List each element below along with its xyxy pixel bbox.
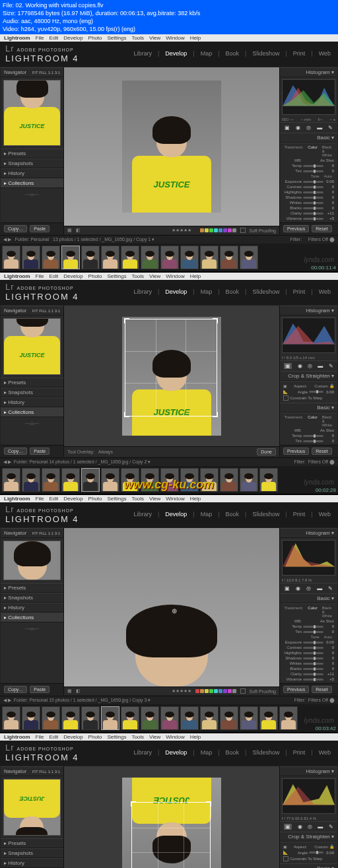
vibrance-slider[interactable] (303, 218, 323, 220)
menu-edit[interactable]: Edit (49, 35, 58, 41)
copy-button[interactable]: Copy… (4, 225, 27, 232)
crop-tool-icon[interactable]: ▣ (285, 125, 290, 131)
filmstrip-thumb[interactable] (259, 706, 278, 730)
filmstrip-thumb[interactable] (141, 706, 159, 730)
filmstrip-thumb[interactable] (101, 468, 119, 492)
filmstrip-thumb[interactable] (61, 706, 80, 730)
lock-icon[interactable]: 🔒 (329, 384, 334, 388)
highlights-slider[interactable] (303, 191, 323, 193)
filmstrip[interactable] (0, 244, 338, 271)
color-labels[interactable] (195, 228, 236, 232)
navigator-thumb[interactable]: JUSTICE (3, 318, 61, 375)
filmstrip-thumb[interactable] (121, 706, 139, 730)
filmstrip-thumb[interactable] (141, 246, 159, 269)
filmstrip-thumb[interactable] (42, 706, 60, 730)
filmstrip-thumb[interactable] (160, 246, 179, 269)
filmstrip-thumb[interactable] (200, 246, 219, 269)
filmstrip-thumb[interactable] (220, 468, 238, 492)
menu-help[interactable]: Help (190, 35, 201, 41)
filmstrip-thumb[interactable] (240, 246, 258, 269)
histogram-header[interactable]: Histogram ▾ (280, 67, 337, 77)
filmstrip-thumb[interactable] (240, 706, 258, 730)
compare-icon[interactable]: ◧ (76, 228, 81, 233)
tab-book[interactable]: Book (224, 50, 242, 57)
loupe-icon[interactable]: ▦ (67, 228, 72, 233)
filmstrip-thumb[interactable] (2, 468, 20, 492)
crop-overlay[interactable] (131, 802, 211, 868)
menu-develop[interactable]: Develop (63, 35, 83, 41)
mac-menubar[interactable]: Lightroom File Edit Develop Photo Settin… (0, 34, 338, 42)
filmstrip-thumb[interactable] (279, 706, 298, 730)
panel-history[interactable]: ▸ History (1, 168, 63, 178)
paste-button[interactable]: Paste (30, 225, 50, 232)
previous-button[interactable]: Previous (283, 225, 309, 232)
filmstrip-thumb[interactable] (22, 468, 40, 492)
temp-slider[interactable] (303, 165, 323, 167)
menu-settings[interactable]: Settings (108, 35, 127, 41)
filmstrip-thumb[interactable] (121, 246, 139, 269)
filmstrip-thumb[interactable] (81, 246, 100, 269)
filmstrip-thumb[interactable] (220, 706, 238, 730)
shadows-slider[interactable] (303, 197, 323, 199)
blacks-slider[interactable] (303, 207, 323, 209)
filmstrip-thumb[interactable] (42, 468, 60, 492)
angle-slider[interactable] (309, 391, 323, 393)
crop-tool-icon[interactable]: ▣ (284, 363, 292, 369)
menu-window[interactable]: Window (166, 35, 184, 41)
menu-tools[interactable]: Tools (131, 35, 144, 41)
tint-slider[interactable] (303, 170, 323, 172)
clarity-slider[interactable] (303, 213, 323, 215)
navigator-header[interactable]: NavigatorFIT FILL 1:1 3:1 (1, 67, 63, 77)
brush-tool-icon[interactable]: ✎ (328, 125, 333, 131)
constrain-checkbox[interactable] (283, 395, 288, 401)
menu-photo[interactable]: Photo (88, 35, 102, 41)
grad-tool-icon[interactable]: ▬ (317, 125, 322, 131)
navigator-thumb[interactable]: JUSTICE (3, 80, 61, 146)
filmstrip-thumb[interactable] (180, 706, 199, 730)
panel-snapshots[interactable]: ▸ Snapshots (1, 158, 63, 168)
contrast-slider[interactable] (303, 186, 323, 188)
tool-overlay-select[interactable]: Always (98, 450, 113, 454)
filmstrip-thumb[interactable] (61, 246, 80, 269)
menu-lightroom[interactable]: Lightroom (4, 35, 30, 41)
spot-tool-icon[interactable]: ◉ (296, 125, 300, 131)
panel-presets[interactable]: ▸ Presets (1, 149, 63, 158)
filmstrip-thumb[interactable] (42, 246, 60, 269)
navigator-thumb[interactable] (3, 541, 61, 580)
filmstrip-thumb[interactable] (101, 246, 119, 269)
tab-slideshow[interactable]: Slideshow (250, 50, 281, 57)
tab-print[interactable]: Print (291, 50, 308, 57)
tab-library[interactable]: Library (131, 50, 154, 57)
basic-header[interactable]: Basic ▾ (280, 133, 337, 143)
filmstrip-thumb[interactable] (160, 706, 179, 730)
tab-web[interactable]: Web (317, 50, 333, 57)
histogram[interactable] (282, 79, 335, 115)
filmstrip-thumb[interactable] (180, 246, 199, 269)
filmstrip-thumb[interactable] (81, 468, 100, 492)
navigator-thumb[interactable]: JUSTICE (3, 779, 61, 836)
filmstrip-thumb[interactable] (240, 468, 258, 492)
tab-develop[interactable]: Develop (163, 50, 189, 57)
reset-button[interactable]: Reset (312, 225, 331, 232)
filmstrip-thumb[interactable] (220, 246, 238, 269)
exposure-slider[interactable] (303, 181, 323, 183)
redeye-tool-icon[interactable]: ◎ (306, 125, 311, 131)
done-button[interactable]: Done (257, 448, 276, 455)
filmstrip-thumb[interactable] (22, 706, 40, 730)
filmstrip-thumb[interactable] (2, 706, 20, 730)
filmstrip-thumb[interactable] (101, 706, 119, 730)
mac-menubar[interactable]: LightroomFileEditDevelopPhotoSettingsToo… (0, 273, 338, 280)
filmstrip-thumb[interactable] (200, 706, 219, 730)
lightroom-logo: LrADOBE PHOTOSHOP LIGHTROOM 4 (5, 44, 79, 63)
whites-slider[interactable] (303, 202, 323, 204)
menu-file[interactable]: File (36, 35, 44, 41)
filmstrip-thumb[interactable] (81, 706, 100, 730)
filmstrip-thumb[interactable] (2, 246, 20, 269)
filmstrip-thumb[interactable] (259, 468, 278, 492)
soft-proofing-checkbox[interactable] (240, 228, 246, 233)
menu-view[interactable]: View (149, 35, 160, 41)
tab-map[interactable]: Map (199, 50, 215, 57)
panel-collections[interactable]: ▸ Collections (1, 178, 63, 188)
filmstrip-thumb[interactable] (61, 468, 80, 492)
filmstrip-thumb[interactable] (22, 246, 40, 269)
